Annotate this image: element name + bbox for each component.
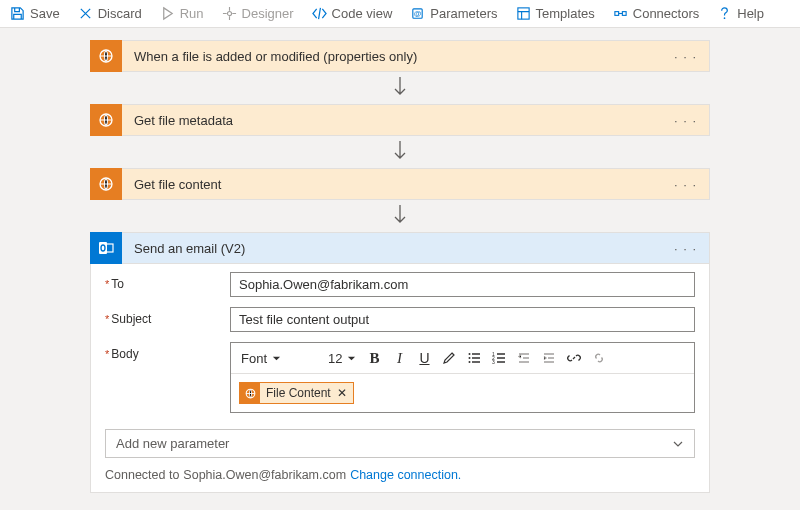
svg-point-13	[469, 357, 471, 359]
help-button[interactable]: Help	[717, 6, 764, 21]
font-family-select[interactable]: Font	[237, 351, 321, 366]
to-label: To	[105, 272, 230, 291]
arrow-icon	[90, 200, 710, 232]
body-label: Body	[105, 342, 230, 361]
bullet-list-button[interactable]	[463, 347, 485, 369]
svg-rect-5	[622, 12, 626, 16]
templates-label: Templates	[536, 6, 595, 21]
caret-down-icon	[272, 354, 281, 363]
add-parameter-label: Add new parameter	[116, 436, 229, 451]
rte-toolbar: Font 12 B I U	[231, 343, 694, 374]
font-size-select[interactable]: 12	[324, 351, 360, 366]
change-connection-link[interactable]: Change connection.	[350, 468, 461, 482]
svg-point-14	[469, 361, 471, 363]
connection-account: Sophia.Owen@fabrikam.com	[183, 468, 346, 482]
sharepoint-icon	[90, 104, 122, 136]
trigger-step[interactable]: When a file is added or modified (proper…	[90, 40, 710, 72]
content-menu[interactable]: · · ·	[674, 177, 697, 192]
chip-label: File Content	[266, 386, 331, 400]
svg-point-6	[724, 17, 726, 19]
save-label: Save	[30, 6, 60, 21]
designer-button[interactable]: Designer	[222, 6, 294, 21]
help-label: Help	[737, 6, 764, 21]
designer-canvas: When a file is added or modified (proper…	[0, 28, 800, 503]
discard-button[interactable]: Discard	[78, 6, 142, 21]
arrow-icon	[90, 72, 710, 104]
designer-icon	[222, 6, 237, 21]
chevron-down-icon	[672, 438, 684, 450]
save-icon	[10, 6, 25, 21]
caret-down-icon	[347, 354, 356, 363]
toolbar: Save Discard Run Designer Code view @ Pa…	[0, 0, 800, 28]
connection-info: Connected to Sophia.Owen@fabrikam.com Ch…	[105, 468, 695, 482]
parameters-icon: @	[410, 6, 425, 21]
content-title: Get file content	[134, 177, 221, 192]
discard-label: Discard	[98, 6, 142, 21]
templates-button[interactable]: Templates	[516, 6, 595, 21]
metadata-title: Get file metadata	[134, 113, 233, 128]
connectors-label: Connectors	[633, 6, 699, 21]
italic-button[interactable]: I	[388, 347, 410, 369]
email-step-header[interactable]: Send an email (V2) · · ·	[90, 232, 710, 264]
run-button[interactable]: Run	[160, 6, 204, 21]
subject-input[interactable]	[230, 307, 695, 332]
more-button[interactable]	[588, 347, 610, 369]
code-label: Code view	[332, 6, 393, 21]
templates-icon	[516, 6, 531, 21]
outdent-button[interactable]	[513, 347, 535, 369]
svg-rect-3	[517, 8, 528, 19]
file-content-chip[interactable]: File Content ✕	[239, 382, 354, 404]
connectors-button[interactable]: Connectors	[613, 6, 699, 21]
outlook-icon	[90, 232, 122, 264]
trigger-menu[interactable]: · · ·	[674, 49, 697, 64]
parameters-label: Parameters	[430, 6, 497, 21]
sharepoint-icon	[90, 40, 122, 72]
run-icon	[160, 6, 175, 21]
subject-label: Subject	[105, 307, 230, 326]
trigger-title: When a file is added or modified (proper…	[134, 49, 417, 64]
svg-point-12	[469, 353, 471, 355]
parameters-button[interactable]: @ Parameters	[410, 6, 497, 21]
bold-button[interactable]: B	[363, 347, 385, 369]
discard-icon	[78, 6, 93, 21]
chip-remove[interactable]: ✕	[337, 386, 347, 400]
underline-button[interactable]: U	[413, 347, 435, 369]
arrow-icon	[90, 136, 710, 168]
content-step[interactable]: Get file content · · ·	[90, 168, 710, 200]
svg-rect-4	[615, 12, 619, 16]
run-label: Run	[180, 6, 204, 21]
email-card: To Subject Body Font	[90, 264, 710, 493]
email-menu[interactable]: · · ·	[674, 241, 697, 256]
email-title: Send an email (V2)	[134, 241, 245, 256]
svg-text:@: @	[414, 9, 422, 18]
save-button[interactable]: Save	[10, 6, 60, 21]
svg-text:3: 3	[492, 359, 495, 365]
indent-button[interactable]	[538, 347, 560, 369]
link-button[interactable]	[563, 347, 585, 369]
sharepoint-icon	[90, 168, 122, 200]
svg-point-0	[227, 11, 231, 15]
color-button[interactable]	[438, 347, 460, 369]
to-input[interactable]	[230, 272, 695, 297]
add-parameter-select[interactable]: Add new parameter	[105, 429, 695, 458]
help-icon	[717, 6, 732, 21]
number-list-button[interactable]: 123	[488, 347, 510, 369]
designer-label: Designer	[242, 6, 294, 21]
body-content[interactable]: File Content ✕	[231, 374, 694, 412]
metadata-menu[interactable]: · · ·	[674, 113, 697, 128]
code-icon	[312, 6, 327, 21]
metadata-step[interactable]: Get file metadata · · ·	[90, 104, 710, 136]
sharepoint-icon	[240, 383, 260, 403]
body-editor: Font 12 B I U	[230, 342, 695, 413]
code-view-button[interactable]: Code view	[312, 6, 393, 21]
connectors-icon	[613, 6, 628, 21]
